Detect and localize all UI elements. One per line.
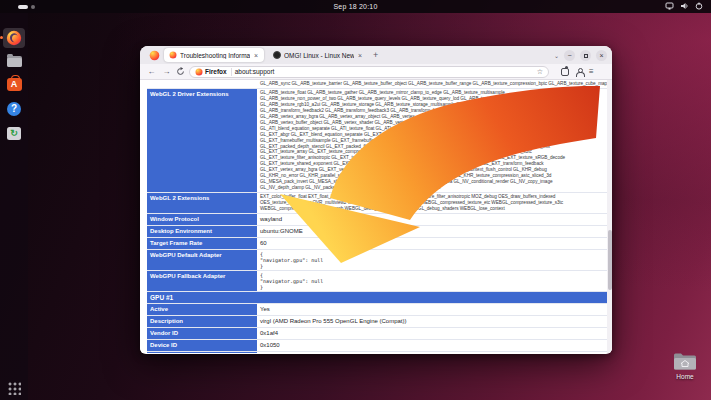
row-label: WebGPU Default Adapter [147,250,257,270]
dock-item-app-center[interactable]: A [3,74,25,94]
row-value: {"navigator.gpu": null} [257,271,607,291]
row-value: mesa/virtio_gpu [257,352,607,353]
scrollbar[interactable] [607,80,612,353]
row-value: GL_ARB_sync GL_ARB_texture_barrier GL_AR… [257,80,607,88]
row-value: {"navigator.gpu": null} [257,250,607,270]
row-label: Description [147,316,257,327]
table-row: Desktop Environmentubuntu:GNOME [147,226,607,238]
row-label: Target Frame Rate [147,238,257,249]
tab-title: OMG! Linux - Linux News [284,52,354,59]
maximize-icon [584,54,588,58]
table-row: Driver Vendormesa/virtio_gpu [147,352,607,353]
row-value: virgl (AMD Radeon Pro 555 OpenGL Engine … [257,316,607,327]
row-label: Window Protocol [147,214,257,225]
forward-button[interactable]: → [161,67,172,76]
table-row: WebGL 2 Driver ExtensionsGL_ARB_texture_… [147,89,607,193]
firefox-view-icon [149,50,160,61]
account-icon[interactable] [575,68,583,76]
row-label [147,80,257,88]
row-label: Desktop Environment [147,226,257,237]
url-bar[interactable]: Firefox about:support ☆ [189,66,549,78]
app-center-icon: A [7,78,22,91]
row-value: Yes [257,304,607,315]
minimize-button[interactable]: − [564,50,575,61]
row-label: Device ID [147,340,257,351]
value-line: } [260,284,604,290]
row-label: WebGL 2 Driver Extensions [147,89,257,192]
table-row: Target Frame Rate60 [147,238,607,250]
table-row: ActiveYes [147,304,607,316]
table-row: GL_ARB_sync GL_ARB_texture_barrier GL_AR… [147,80,607,89]
table-row: Vendor ID0x1af4 [147,328,607,340]
tab-troubleshooting[interactable]: Troubleshooting Information × [164,48,264,62]
table-row: WebGPU Fallback Adapter{"navigator.gpu":… [147,271,607,292]
value-line: GL_ARB_texture_rgb10_a2ui GL_ARB_texture… [260,102,604,108]
clock[interactable]: Sep 18 20:10 [0,3,711,10]
tab-title: Troubleshooting Information [180,52,250,59]
tab-favicon-omglinux-icon [273,51,281,59]
table-row: WebGL 2 ExtensionsEXT_color_buffer_float… [147,193,607,214]
row-label: Driver Vendor [147,352,257,353]
new-tab-button[interactable]: + [368,50,383,60]
table-row: WebGPU Default Adapter{"navigator.gpu": … [147,250,607,271]
tab-close-icon[interactable]: × [357,52,363,59]
value-line: } [260,263,604,269]
row-value: 0x1af4 [257,328,607,339]
show-applications-button[interactable] [7,381,21,395]
dock-item-firefox[interactable] [3,28,25,48]
bookmark-star-icon[interactable]: ☆ [537,68,543,76]
navigation-toolbar: ← → Firefox about:support ☆ ≡ [140,64,612,80]
volume-icon [680,2,689,10]
reload-button[interactable] [176,67,185,76]
row-value: ubuntu:GNOME [257,226,607,237]
identity-chip[interactable]: Firefox [195,68,232,76]
value-line: GL_NV_depth_clamp GL_NV_packed_depth_ste… [260,185,604,191]
table-row: Descriptionvirgl (AMD Radeon Pro 555 Ope… [147,316,607,328]
dock-item-trash[interactable]: ↻ [3,123,25,143]
scrollbar-thumb[interactable] [608,230,612,290]
table-row: Device ID0x1050 [147,340,607,352]
home-folder-icon [673,352,697,371]
value-line: GL_ARB_texture_non_power_of_two GL_ARB_t… [260,96,604,102]
value-line: WEBGL_compressed_texture_s3tc_srgb WEBGL… [260,206,604,212]
firefox-icon [6,30,22,46]
network-icon [665,2,674,10]
row-value: EXT_color_buffer_float EXT_float_blend E… [257,193,607,213]
maximize-button[interactable] [580,50,591,61]
tab-favicon-firefox-icon [169,51,177,59]
desktop-icon-home[interactable]: Home [667,352,703,380]
dock-item-files[interactable] [3,51,25,71]
row-label: WebGL 2 Extensions [147,193,257,213]
about-support-page: GL_ARB_sync GL_ARB_texture_barrier GL_AR… [140,80,612,353]
trash-icon: ↻ [7,127,21,140]
system-status-area[interactable] [665,2,703,10]
extensions-icon[interactable] [561,68,569,76]
dock-item-help[interactable]: ? [3,99,25,119]
back-button[interactable]: ← [146,67,157,76]
section-header-row: GPU #1 [147,292,607,304]
firefox-view-button[interactable] [147,48,161,62]
value-line: 0x1050 [260,341,604,349]
row-label: WebGPU Fallback Adapter [147,271,257,291]
value-line: virgl (AMD Radeon Pro 555 OpenGL Engine … [260,317,604,325]
tab-close-icon[interactable]: × [253,52,259,59]
row-label: Active [147,304,257,315]
value-line: wayland [260,215,604,223]
value-line: ubuntu:GNOME [260,227,604,235]
list-all-tabs-icon[interactable]: ⌄ [554,52,559,59]
row-value: 0x1050 [257,340,607,351]
table-row: Window Protocolwayland [147,214,607,226]
dock: A ? ↻ [0,13,28,400]
support-table: GL_ARB_sync GL_ARB_texture_barrier GL_AR… [147,80,607,353]
close-window-button[interactable]: × [596,50,607,61]
help-icon: ? [7,102,21,116]
firefox-window: Troubleshooting Information × OMG! Linux… [140,46,612,354]
tab-omg-linux[interactable]: OMG! Linux - Linux News × [268,48,368,62]
power-icon [695,2,703,10]
firefox-identity-icon [195,68,203,76]
value-line: GL_ARB_sync GL_ARB_texture_barrier GL_AR… [260,81,604,87]
files-icon [7,56,22,67]
row-value: GL_ARB_texture_float GL_ARB_texture_gath… [257,89,607,192]
menu-icon[interactable]: ≡ [589,67,594,76]
value-line: Yes [260,305,604,313]
